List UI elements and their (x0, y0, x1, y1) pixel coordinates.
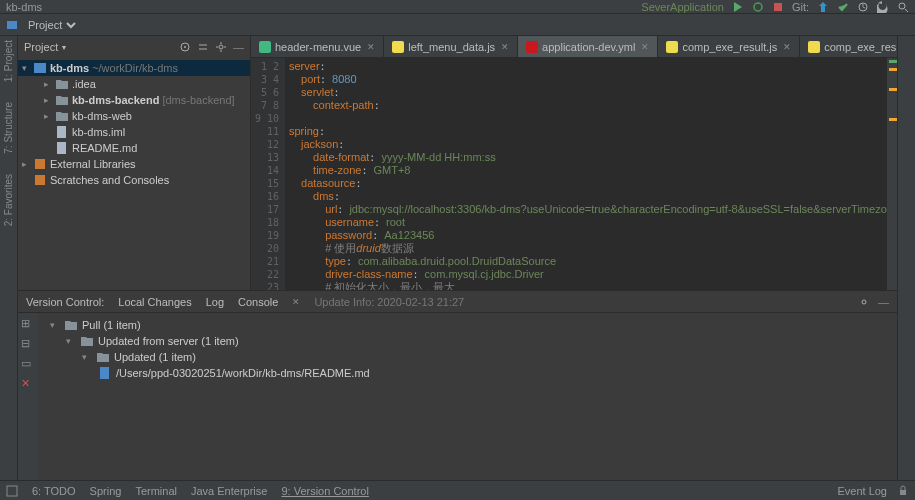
project-pane: Project ▾ — ▾ kb-dms ~/workDir/kb-dms (18, 36, 251, 290)
vc-tree-node[interactable]: ▾Updated from server (1 item) (42, 333, 893, 349)
code-area[interactable]: server: port: 8080 servlet: context-path… (285, 58, 887, 290)
folder-icon (96, 350, 110, 364)
search-icon[interactable] (897, 1, 909, 13)
expand-all-icon[interactable]: ⊞ (21, 317, 35, 331)
play-icon[interactable] (732, 1, 744, 13)
editor-tab[interactable]: left_menu_data.js✕ (384, 36, 518, 57)
lock-icon[interactable] (897, 485, 909, 497)
gutter: 1 2 3 4 5 6 7 8 9 10 11 12 13 14 15 16 1… (251, 58, 285, 290)
folder-icon (55, 77, 69, 91)
close-tab-icon[interactable]: ✕ (783, 42, 791, 52)
status-bar: 6: TODOSpringTerminalJava Enterprise9: V… (0, 480, 915, 500)
svg-rect-11 (35, 159, 45, 169)
panel-gear-icon[interactable] (858, 296, 870, 308)
svg-rect-9 (57, 126, 66, 138)
gear-icon[interactable] (215, 41, 227, 53)
tree-node[interactable]: ▸kb-dms-web (18, 108, 250, 124)
editor-pane: header-menu.vue✕left_menu_data.js✕applic… (251, 36, 897, 290)
git-label: Git: (792, 1, 809, 13)
editor-tab[interactable]: comp_exe_result_catalog.js✕ (800, 36, 897, 57)
debug-icon[interactable] (752, 1, 764, 13)
collapse-icon[interactable] (197, 41, 209, 53)
svg-point-3 (899, 3, 905, 9)
status-tool-btn[interactable]: 6: TODO (32, 485, 76, 497)
right-tool-strip (897, 36, 915, 480)
tree-node[interactable]: ▸kb-dms-backend [dms-backend] (18, 92, 250, 108)
tree-node[interactable]: ▸External Libraries (18, 156, 250, 172)
tree-node[interactable]: kb-dms.iml (18, 124, 250, 140)
svg-rect-12 (35, 175, 45, 185)
project-view-select[interactable]: Project (24, 18, 79, 32)
history-icon[interactable] (857, 1, 869, 13)
lib-icon (33, 157, 47, 171)
svg-point-7 (219, 45, 223, 49)
status-tool-btn[interactable]: Spring (90, 485, 122, 497)
tree-node[interactable]: ▸.idea (18, 76, 250, 92)
svg-rect-8 (34, 63, 46, 73)
left-tool-strip: 1: Project 7: Structure 2: Favorites (0, 36, 18, 480)
tool-favorites[interactable]: 2: Favorites (3, 174, 14, 226)
status-tool-btn[interactable]: Terminal (135, 485, 177, 497)
tree-node[interactable]: Scratches and Consoles (18, 172, 250, 188)
project-tree[interactable]: ▾ kb-dms ~/workDir/kb-dms ▸.idea▸kb-dms-… (18, 58, 250, 290)
module-icon (33, 61, 47, 75)
vc-tab-log[interactable]: Log (206, 296, 224, 308)
titlebar: kb-dms SeverApplication Git: (0, 0, 915, 14)
folder-icon (80, 334, 94, 348)
panel-hide-icon[interactable]: — (878, 296, 889, 308)
revert-icon[interactable] (877, 1, 889, 13)
svg-rect-10 (57, 142, 66, 154)
vc-tab-local[interactable]: Local Changes (118, 296, 191, 308)
svg-point-6 (184, 46, 186, 48)
window-title: kb-dms (6, 1, 42, 13)
status-tool-btn[interactable]: 9: Version Control (281, 485, 368, 497)
vc-tree-node[interactable]: /Users/ppd-03020251/workDir/kb-dms/READM… (42, 365, 893, 381)
svg-rect-1 (774, 3, 782, 11)
vc-tree-node[interactable]: ▾Updated (1 item) (42, 349, 893, 365)
vc-tree[interactable]: ▾Pull (1 item)▾Updated from server (1 it… (38, 313, 897, 480)
folder-icon (55, 109, 69, 123)
tool-window-icon[interactable] (6, 485, 18, 497)
vcs-commit-icon[interactable] (837, 1, 849, 13)
tool-structure[interactable]: 7: Structure (3, 102, 14, 154)
folder-icon (55, 93, 69, 107)
lib-icon (33, 173, 47, 187)
vc-side-toolbar: ⊞ ⊟ ▭ ✕ (18, 313, 38, 480)
close-tab-icon[interactable]: ✕ (641, 42, 649, 52)
tool-project[interactable]: 1: Project (3, 40, 14, 82)
breadcrumb-toolbar: Project (0, 14, 915, 36)
close-tab-icon[interactable]: ✕ (501, 42, 509, 52)
file-icon (55, 141, 69, 155)
vc-tab-main: Version Control: (26, 296, 104, 308)
bottom-panel: Version Control: Local Changes Log Conso… (18, 290, 897, 480)
vc-update-info[interactable]: Update Info: 2020-02-13 21:27 (314, 296, 464, 308)
editor-tab[interactable]: comp_exe_result.js✕ (658, 36, 800, 57)
svg-point-0 (754, 3, 762, 11)
vc-tree-node[interactable]: ▾Pull (1 item) (42, 317, 893, 333)
svg-rect-15 (7, 486, 17, 496)
svg-rect-4 (7, 21, 17, 29)
collapse-all-icon[interactable]: ⊟ (21, 337, 35, 351)
editor-tabs: header-menu.vue✕left_menu_data.js✕applic… (251, 36, 897, 58)
close-panel-icon[interactable]: ✕ (21, 377, 35, 391)
error-stripe[interactable] (887, 58, 897, 290)
console-close-icon[interactable]: ✕ (292, 297, 300, 307)
group-icon[interactable]: ▭ (21, 357, 35, 371)
hide-icon[interactable]: — (233, 41, 244, 53)
locate-icon[interactable] (179, 41, 191, 53)
file-icon (98, 366, 112, 380)
editor-tab[interactable]: application-dev.yml✕ (518, 36, 658, 57)
stop-icon[interactable] (772, 1, 784, 13)
svg-rect-16 (900, 490, 906, 495)
tree-root[interactable]: ▾ kb-dms ~/workDir/kb-dms (18, 60, 250, 76)
tree-node[interactable]: README.md (18, 140, 250, 156)
event-log[interactable]: Event Log (837, 485, 887, 497)
svg-rect-14 (100, 367, 109, 379)
run-config-label[interactable]: SeverApplication (641, 1, 724, 13)
vcs-update-icon[interactable] (817, 1, 829, 13)
close-tab-icon[interactable]: ✕ (367, 42, 375, 52)
editor-tab[interactable]: header-menu.vue✕ (251, 36, 384, 57)
status-tool-btn[interactable]: Java Enterprise (191, 485, 267, 497)
vc-tab-console[interactable]: Console (238, 296, 278, 308)
project-icon (6, 19, 18, 31)
